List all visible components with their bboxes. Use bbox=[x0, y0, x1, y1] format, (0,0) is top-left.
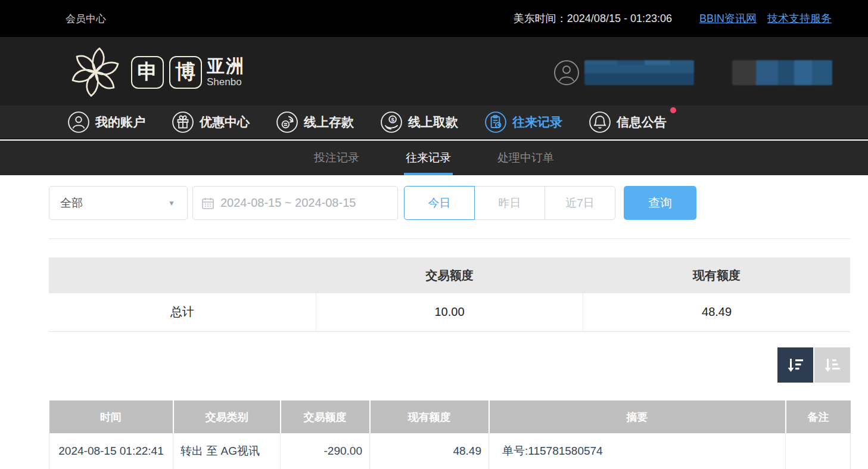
nav-label: 往来记录 bbox=[512, 114, 562, 131]
records-icon bbox=[484, 111, 507, 133]
tab-transaction-records[interactable]: 往来记录 bbox=[390, 141, 466, 175]
col-header-type: 交易类别 bbox=[173, 400, 281, 433]
tab-betting-records[interactable]: 投注记录 bbox=[298, 141, 375, 175]
last-7-days-button[interactable]: 近7日 bbox=[545, 186, 615, 220]
header-bar: 申 博 亚洲 Shenbo bbox=[0, 37, 868, 105]
cell-summary: 单号:115781580574 bbox=[489, 433, 786, 469]
cell-balance: 48.49 bbox=[370, 433, 489, 469]
col-header-balance: 现有额度 bbox=[370, 400, 489, 433]
type-select-value: 全部 bbox=[60, 195, 83, 211]
col-header-summary: 摘要 bbox=[489, 400, 786, 433]
records-header-row: 时间 交易类别 交易额度 现有额度 摘要 备注 bbox=[49, 400, 851, 433]
page: 会员中心 美东时间：2024/08/15 - 01:23:06 BBIN资讯网 … bbox=[0, 0, 868, 469]
main-nav: 我的账户 优惠中心 线上存款 $ 线上取款 bbox=[0, 105, 868, 139]
bell-icon bbox=[589, 111, 611, 133]
tab-pending-orders[interactable]: 处理中订单 bbox=[482, 141, 570, 175]
quick-date-group: 今日 昨日 近7日 bbox=[404, 186, 615, 220]
summary-header-row: 交易额度 现有额度 bbox=[49, 257, 850, 293]
chevron-down-icon: ▼ bbox=[168, 199, 175, 207]
member-center-label: 会员中心 bbox=[66, 0, 106, 37]
summary-table: 交易额度 现有额度 总计 10.00 48.49 bbox=[49, 257, 850, 332]
nav-item-announcements[interactable]: 信息公告 bbox=[589, 111, 667, 133]
summary-total-row: 总计 10.00 48.49 bbox=[49, 293, 850, 331]
filter-row: 全部 ▼ 2024-08-15 ~ 2024-08-15 今日 昨日 近7日 查… bbox=[49, 186, 696, 220]
sort-controls bbox=[777, 347, 850, 383]
sort-descending-button[interactable] bbox=[777, 347, 813, 383]
nav-item-my-account[interactable]: 我的账户 bbox=[67, 111, 145, 133]
calendar-icon bbox=[201, 197, 214, 210]
bbin-news-link[interactable]: BBIN资讯网 bbox=[699, 11, 757, 26]
nav-item-withdraw[interactable]: $ 线上取款 bbox=[380, 111, 458, 133]
yesterday-button[interactable]: 昨日 bbox=[474, 186, 545, 220]
today-button[interactable]: 今日 bbox=[404, 186, 475, 220]
gift-icon bbox=[172, 111, 194, 133]
nav-item-promotions[interactable]: 优惠中心 bbox=[172, 111, 250, 133]
nav-item-transaction-records[interactable]: 往来记录 bbox=[484, 111, 562, 133]
tech-support-link[interactable]: 技术支持服务 bbox=[767, 11, 832, 26]
logo-sub-label: Shenbo bbox=[207, 77, 245, 87]
sort-ascending-icon bbox=[822, 355, 842, 375]
active-tab-underline bbox=[404, 173, 453, 175]
table-row: 2024-08-15 01:22:41 转出 至 AG视讯 -290.00 48… bbox=[49, 433, 851, 469]
svg-text:$: $ bbox=[391, 116, 394, 122]
blurred-balance bbox=[732, 60, 832, 85]
nav-item-deposit[interactable]: 线上存款 bbox=[276, 111, 354, 133]
cell-amount: -290.00 bbox=[281, 433, 370, 469]
summary-balance-value: 48.49 bbox=[583, 293, 850, 331]
nav-label: 我的账户 bbox=[95, 114, 145, 131]
blurred-username bbox=[584, 60, 694, 85]
notification-dot bbox=[670, 107, 676, 113]
summary-header-empty bbox=[49, 257, 316, 293]
col-header-remark: 备注 bbox=[786, 400, 851, 433]
nav-label: 信息公告 bbox=[617, 114, 667, 131]
cell-time: 2024-08-15 01:22:41 bbox=[49, 433, 173, 469]
summary-header-trade-amount: 交易额度 bbox=[316, 257, 583, 293]
summary-total-label: 总计 bbox=[49, 293, 316, 331]
nav-label: 优惠中心 bbox=[200, 114, 250, 131]
summary-trade-amount-value: 10.00 bbox=[316, 293, 583, 331]
withdraw-icon: $ bbox=[380, 111, 403, 133]
type-select[interactable]: 全部 ▼ bbox=[49, 186, 188, 220]
avatar-icon[interactable] bbox=[553, 60, 580, 86]
cell-remark bbox=[786, 433, 851, 469]
sort-ascending-button[interactable] bbox=[814, 347, 850, 383]
user-icon bbox=[67, 111, 90, 133]
logo-char-bo: 博 bbox=[169, 56, 202, 89]
date-range-value: 2024-08-15 ~ 2024-08-15 bbox=[220, 196, 356, 210]
flower-logo-icon bbox=[67, 45, 124, 100]
eastern-time-label: 美东时间：2024/08/15 - 01:23:06 bbox=[514, 11, 672, 26]
cell-type: 转出 至 AG视讯 bbox=[173, 433, 281, 469]
logo-region-label: 亚洲 bbox=[207, 57, 245, 75]
deposit-icon bbox=[276, 111, 298, 133]
summary-header-balance: 现有额度 bbox=[583, 257, 850, 293]
sort-descending-icon bbox=[785, 355, 805, 375]
col-header-time: 时间 bbox=[49, 400, 173, 433]
col-header-amount: 交易额度 bbox=[281, 400, 370, 433]
records-table: 时间 交易类别 交易额度 现有额度 摘要 备注 2024-08-15 01:22… bbox=[49, 400, 851, 469]
sub-tab-bar: 投注记录 往来记录 处理中订单 bbox=[0, 141, 868, 175]
user-zone bbox=[553, 58, 832, 87]
logo-char-shen: 申 bbox=[131, 56, 164, 89]
brand-logo: 申 博 亚洲 Shenbo bbox=[67, 45, 245, 100]
date-range-input[interactable]: 2024-08-15 ~ 2024-08-15 bbox=[192, 186, 398, 220]
nav-label: 线上取款 bbox=[408, 114, 458, 131]
top-bar: 会员中心 美东时间：2024/08/15 - 01:23:06 BBIN资讯网 … bbox=[0, 0, 868, 37]
search-button[interactable]: 查询 bbox=[624, 186, 696, 220]
section-divider bbox=[49, 238, 850, 239]
nav-label: 线上存款 bbox=[304, 114, 354, 131]
